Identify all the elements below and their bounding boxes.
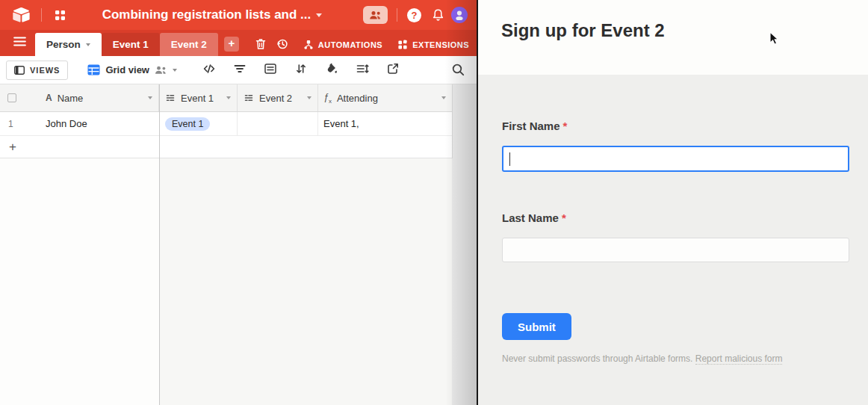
chevron-down-icon[interactable] <box>307 96 311 99</box>
cell-attending[interactable]: Event 1, <box>318 112 452 135</box>
automations-icon <box>303 40 314 50</box>
column-name: Event 1 <box>181 93 214 104</box>
column-name: Event 2 <box>259 93 292 104</box>
people-icon <box>369 10 382 20</box>
column-name: Name <box>58 93 84 104</box>
toolbar-icons <box>202 62 400 78</box>
share-view-icon[interactable] <box>386 62 400 78</box>
group-icon[interactable] <box>264 62 277 78</box>
sort-icon[interactable] <box>294 62 308 78</box>
help-icon[interactable]: ? <box>407 8 421 22</box>
base-title-wrap[interactable]: Combining registration lists and ... <box>66 7 359 22</box>
airtable-logo-icon[interactable] <box>12 7 31 23</box>
trash-icon[interactable] <box>255 38 266 50</box>
chevron-down-icon[interactable] <box>226 96 231 99</box>
table-row: 1 John Doe Event 1 Event 1, <box>0 112 452 136</box>
text-cursor <box>509 152 510 166</box>
base-title: Combining registration lists and ... <box>102 7 311 22</box>
tab-event-2[interactable]: Event 2 <box>160 33 218 56</box>
chevron-down-icon[interactable] <box>441 96 446 99</box>
last-name-input[interactable] <box>502 238 849 262</box>
row-height-icon[interactable] <box>356 62 369 78</box>
single-line-text-icon: A <box>46 93 52 103</box>
row-number: 1 <box>8 119 13 129</box>
form-footer: Never submit passwords through Airtable … <box>502 353 782 364</box>
grid-filler <box>452 84 477 405</box>
panel-divider <box>477 0 478 405</box>
column-header-attending[interactable]: ƒx Attending <box>318 84 452 111</box>
plus-icon: + <box>0 140 16 155</box>
chevron-down-icon <box>173 69 177 72</box>
automations-button[interactable]: AUTOMATIONS <box>303 40 382 50</box>
avatar[interactable] <box>451 7 468 23</box>
select-tag: Event 1 <box>165 117 210 131</box>
bell-icon[interactable] <box>432 8 444 22</box>
screen: Combining registration lists and ... ? <box>0 0 868 405</box>
tab-person[interactable]: Person <box>35 33 102 56</box>
last-name-label: Last Name* <box>502 211 566 224</box>
view-name: Grid view <box>105 64 149 75</box>
submit-button[interactable]: Submit <box>502 313 571 340</box>
color-icon[interactable] <box>325 62 338 78</box>
search-icon[interactable] <box>451 63 465 77</box>
tab-event-1[interactable]: Event 1 <box>102 33 160 56</box>
column-header-event1[interactable]: Event 1 <box>159 84 238 111</box>
form-panel: Sign up for Event 2 First Name* Last Nam… <box>478 0 868 405</box>
history-icon[interactable] <box>276 38 288 50</box>
view-switcher[interactable]: Grid view <box>87 64 177 75</box>
first-name-input[interactable] <box>502 146 849 172</box>
hide-fields-icon[interactable] <box>202 62 216 78</box>
extensions-icon <box>397 40 408 50</box>
views-button[interactable]: VIEWS <box>6 61 68 80</box>
plus-icon: + <box>228 37 235 49</box>
grid: A Name Event 1 Event 2 <box>0 84 477 405</box>
column-name: Attending <box>337 93 378 104</box>
filter-icon[interactable] <box>233 62 247 78</box>
cell-event2[interactable] <box>238 112 318 135</box>
cell-event1[interactable]: Event 1 <box>159 112 238 135</box>
extensions-button[interactable]: EXTENSIONS <box>397 40 469 50</box>
cell-name[interactable]: John Doe <box>23 112 159 135</box>
airtable-window: Combining registration lists and ... ? <box>0 0 478 405</box>
multi-select-icon <box>165 93 176 103</box>
topbar: Combining registration lists and ... ? <box>0 0 478 30</box>
column-header-name[interactable]: A Name <box>23 84 159 111</box>
select-all-checkbox[interactable] <box>7 93 16 102</box>
last-column-divider <box>452 84 453 158</box>
apps-grid-icon[interactable] <box>55 10 66 21</box>
mouse-cursor <box>769 31 779 46</box>
topbar-divider <box>397 8 397 22</box>
chevron-down-icon[interactable] <box>148 96 152 99</box>
column-header-row: A Name Event 1 Event 2 <box>0 84 452 112</box>
report-malicious-form-link[interactable]: Report malicious form <box>695 353 783 365</box>
select-all-cell[interactable] <box>0 84 23 111</box>
table-tabstrip: Person Event 1 Event 2 + <box>0 30 478 56</box>
chevron-down-icon <box>316 13 322 17</box>
person-icon <box>454 10 465 20</box>
first-name-label: First Name* <box>502 120 567 132</box>
column-header-event2[interactable]: Event 2 <box>238 84 318 111</box>
help-glyph: ? <box>412 10 418 21</box>
row-number-cell[interactable]: 1 <box>0 112 23 135</box>
view-toolbar: VIEWS Grid view <box>0 56 478 84</box>
form-title: Sign up for Event 2 <box>501 20 665 41</box>
frozen-column-divider <box>159 84 160 405</box>
add-row-button[interactable]: + <box>0 136 452 158</box>
views-sidebar-icon <box>14 66 25 75</box>
extensions-label: EXTENSIONS <box>412 40 469 49</box>
share-button[interactable] <box>363 6 388 24</box>
automations-label: AUTOMATIONS <box>318 40 382 49</box>
add-table-button[interactable]: + <box>224 37 239 52</box>
tab-label: Person <box>46 39 81 50</box>
required-asterisk: * <box>562 211 566 224</box>
required-asterisk: * <box>563 120 568 132</box>
tab-label: Event 1 <box>113 39 149 50</box>
footer-text: Never submit passwords through Airtable … <box>502 353 695 364</box>
collaborators-icon <box>155 66 167 75</box>
tab-label: Event 2 <box>171 39 207 50</box>
chevron-down-icon <box>86 43 90 46</box>
hamburger-menu-icon[interactable] <box>13 36 26 49</box>
topbar-divider <box>41 8 42 22</box>
multi-select-icon <box>244 93 254 103</box>
grid-view-icon <box>87 64 100 75</box>
